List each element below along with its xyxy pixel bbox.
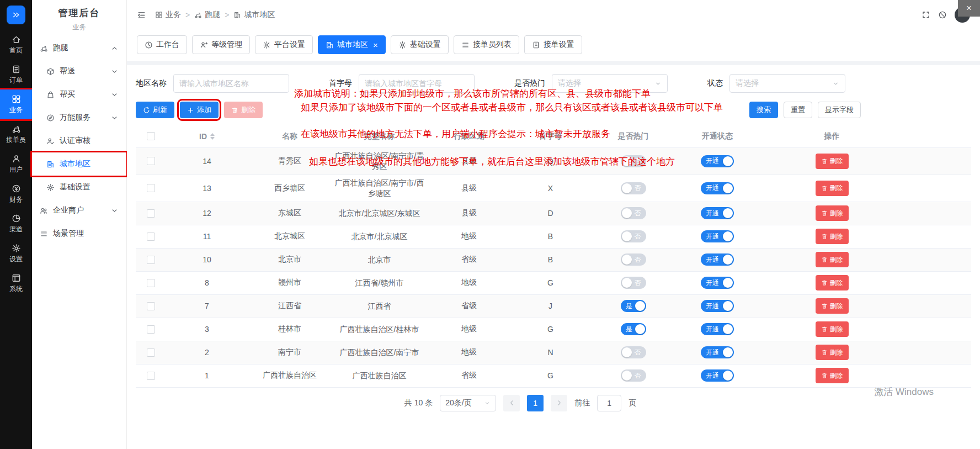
breadcrumb-errand[interactable]: 跑腿 [194, 10, 220, 20]
menu-label: 基础设置 [60, 182, 90, 192]
tab-level-management[interactable]: 等级管理 [192, 35, 250, 54]
menu-errand[interactable]: 跑腿 [32, 36, 126, 60]
nav-business[interactable]: 业务 [0, 89, 32, 119]
breadcrumb-city-region[interactable]: 城市地区 [233, 10, 275, 20]
row-delete-button[interactable]: 删除 [816, 298, 849, 314]
hot-toggle[interactable]: 否 [621, 182, 646, 194]
table-row: 13西乡塘区广西壮族自治区/南宁市/西乡塘区县级X否开通删除 [136, 175, 971, 202]
cell-full-name: 广西壮族自治区 [331, 371, 428, 381]
window-close-button[interactable]: × [958, 0, 980, 17]
status-toggle[interactable]: 开通 [701, 346, 734, 358]
row-checkbox[interactable] [147, 279, 155, 287]
nav-home[interactable]: 首页 [0, 30, 32, 60]
menu-help-send[interactable]: 帮送 [32, 60, 126, 83]
row-delete-button[interactable]: 删除 [816, 368, 849, 383]
row-delete-button[interactable]: 删除 [816, 252, 849, 267]
status-toggle[interactable]: 开通 [701, 155, 734, 167]
collapse-menu-icon[interactable] [137, 10, 146, 20]
status-toggle[interactable]: 开通 [701, 277, 734, 289]
hot-toggle[interactable]: 是 [621, 323, 646, 335]
current-page[interactable]: 1 [527, 395, 544, 411]
hot-toggle[interactable]: 否 [621, 277, 646, 289]
prev-page-button[interactable] [503, 395, 520, 411]
status-toggle[interactable]: 开通 [701, 207, 734, 219]
nav-settings[interactable]: 设置 [0, 239, 32, 268]
region-name-input[interactable] [173, 74, 289, 93]
nav-label: 设置 [9, 255, 23, 264]
row-checkbox[interactable] [147, 348, 155, 357]
row-delete-button[interactable]: 删除 [816, 321, 849, 337]
tab-platform-settings[interactable]: 平台设置 [255, 35, 313, 54]
gear-icon [12, 244, 21, 253]
status-toggle[interactable]: 开通 [701, 182, 734, 194]
next-page-button[interactable] [551, 395, 567, 411]
row-checkbox[interactable] [147, 184, 155, 192]
row-delete-button[interactable]: 删除 [816, 205, 849, 221]
show-fields-button[interactable]: 显示字段 [818, 102, 861, 118]
column-header-0[interactable]: ID [166, 132, 248, 141]
status-toggle[interactable]: 开通 [701, 369, 734, 382]
goto-page-input[interactable] [597, 395, 621, 411]
row-checkbox[interactable] [147, 157, 155, 165]
nav-finance[interactable]: 财务 [0, 179, 32, 209]
hot-toggle[interactable]: 否 [621, 369, 646, 382]
tab-courier-list[interactable]: 接单员列表 [454, 35, 519, 54]
tab-workbench[interactable]: 工作台 [137, 35, 187, 54]
close-tab-icon[interactable]: × [373, 41, 378, 49]
row-delete-button[interactable]: 删除 [816, 345, 849, 360]
nav-label: 首页 [9, 46, 23, 55]
reset-button[interactable]: 重置 [784, 102, 812, 118]
row-delete-button[interactable]: 删除 [816, 229, 849, 244]
row-checkbox[interactable] [147, 302, 155, 310]
cell-division: 县级 [428, 183, 510, 193]
hot-toggle[interactable]: 否 [621, 253, 646, 266]
status-select[interactable]: 请选择 [729, 74, 845, 93]
row-checkbox[interactable] [147, 325, 155, 334]
menu-universal-service[interactable]: 万能服务 [32, 106, 126, 129]
hot-toggle[interactable]: 否 [621, 207, 646, 219]
status-toggle[interactable]: 开通 [701, 253, 734, 266]
menu-enterprise-merchant[interactable]: 企业商户 [32, 199, 126, 222]
menu-cert-audit[interactable]: 认证审核 [32, 129, 126, 152]
tab-order-settings[interactable]: 接单设置 [524, 35, 582, 54]
add-button[interactable]: 添加 [180, 102, 219, 118]
caret-up-icon [110, 44, 119, 52]
status-toggle[interactable]: 开通 [701, 300, 734, 312]
hot-toggle[interactable]: 否 [621, 346, 646, 358]
app-logo[interactable] [0, 0, 32, 30]
nav-channel[interactable]: 渠道 [0, 209, 32, 239]
menu-scene-manage[interactable]: 场景管理 [32, 222, 126, 245]
hot-toggle[interactable]: 是 [621, 300, 646, 312]
caret-down-icon [110, 207, 119, 215]
tab-city-regions[interactable]: 城市地区× [318, 35, 386, 54]
menu-city-region[interactable]: 城市地区 [32, 152, 126, 176]
select-all-checkbox[interactable] [147, 132, 155, 140]
row-delete-button[interactable]: 删除 [816, 275, 849, 290]
row-checkbox[interactable] [147, 372, 155, 380]
clear-cache-icon[interactable] [938, 10, 947, 19]
status-toggle[interactable]: 开通 [701, 323, 734, 335]
refresh-button[interactable]: 刷新 [136, 102, 174, 118]
delete-button[interactable]: 删除 [224, 102, 263, 118]
row-delete-button[interactable]: 删除 [816, 154, 849, 169]
search-button[interactable]: 搜索 [749, 102, 778, 118]
row-checkbox[interactable] [147, 209, 155, 218]
breadcrumb-business[interactable]: 业务 [155, 10, 181, 20]
hot-toggle[interactable]: 否 [621, 230, 646, 242]
menu-basic-config[interactable]: 基础设置 [32, 176, 126, 199]
status-toggle[interactable]: 开通 [701, 230, 734, 242]
nav-users[interactable]: 用户 [0, 149, 32, 179]
row-checkbox[interactable] [147, 256, 155, 264]
fullscreen-icon[interactable] [922, 10, 930, 19]
nav-orders[interactable]: 订单 [0, 60, 32, 89]
menu-help-buy[interactable]: 帮买 [32, 83, 126, 106]
page-size-select[interactable]: 20条/页 [440, 395, 496, 411]
cell-initial: G [510, 278, 590, 287]
sort-icon[interactable] [210, 133, 215, 140]
nav-system[interactable]: 系统 [0, 268, 32, 298]
tab-basic-settings[interactable]: 基础设置 [391, 35, 449, 54]
row-delete-button[interactable]: 删除 [816, 181, 849, 196]
row-checkbox[interactable] [147, 233, 155, 241]
caret-down-icon [110, 114, 119, 122]
nav-courier[interactable]: 接单员 [0, 119, 32, 149]
